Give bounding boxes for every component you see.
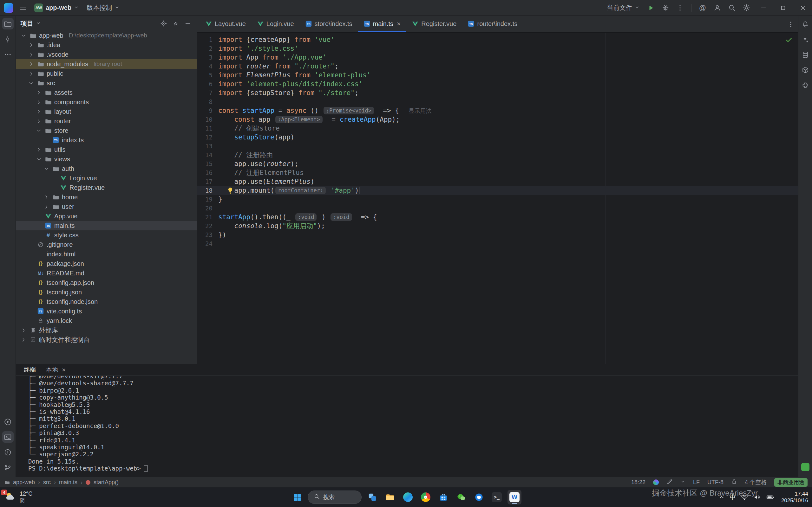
ime-indicator[interactable]: 中 <box>730 493 735 501</box>
chevron-down-icon[interactable] <box>43 166 50 172</box>
tree-item-auth[interactable]: auth <box>16 164 197 173</box>
tree-item-views[interactable]: views <box>16 154 197 164</box>
chevron-down-icon[interactable] <box>35 128 42 134</box>
tree-item-components[interactable]: components <box>16 97 197 107</box>
tree-item-index-ts[interactable]: TSindex.ts <box>16 135 197 145</box>
tree-item-register-vue[interactable]: Register.vue <box>16 183 197 192</box>
code-line-10[interactable]: 10 const app :App<Element> = createApp(A… <box>197 115 798 124</box>
tree-item-store[interactable]: store <box>16 126 197 135</box>
more-actions-icon[interactable] <box>673 2 687 14</box>
tab-close-icon[interactable]: × <box>397 20 401 27</box>
code-line-15[interactable]: 15 app.use(router); <box>197 159 798 168</box>
ai-status-icon[interactable] <box>653 480 659 485</box>
breadcrumb-item[interactable]: main.ts <box>59 479 78 486</box>
edit-mode-icon[interactable] <box>666 478 673 487</box>
minimize-button[interactable] <box>754 0 773 16</box>
ide-logo-icon[interactable] <box>4 3 13 13</box>
version-control-tool-icon[interactable] <box>2 462 14 473</box>
readonly-lock-icon[interactable] <box>731 478 737 486</box>
vcs-widget[interactable]: 版本控制 <box>84 2 123 14</box>
problems-tool-icon[interactable] <box>2 447 14 458</box>
project-panel-title[interactable]: 项目 <box>20 19 33 28</box>
code-line-17[interactable]: 17 app.use(ElementPlus) <box>197 177 798 186</box>
collapse-all-icon[interactable] <box>171 19 181 28</box>
editor-tab-login-vue[interactable]: Login.vue <box>252 16 300 32</box>
notifications-icon[interactable] <box>800 19 811 30</box>
tree-item-[interactable]: 外部库 <box>16 326 197 335</box>
code-line-22[interactable]: 22 console.log("应用启动"); <box>197 222 798 230</box>
chevron-right-icon[interactable] <box>35 109 42 115</box>
project-widget[interactable]: AW app-web <box>31 2 82 14</box>
breadcrumb-item[interactable]: startApp() <box>94 479 119 486</box>
terminal-tool-icon[interactable] <box>2 431 14 443</box>
terminal-tab-local[interactable]: 本地 × <box>46 366 66 374</box>
taskbar-search[interactable]: 搜索 <box>308 491 362 504</box>
chevron-right-icon[interactable] <box>43 194 50 200</box>
commit-tool-icon[interactable] <box>2 33 14 45</box>
edge-browser-taskbar-icon[interactable] <box>401 490 415 504</box>
tree-item-tsconfig-app-json[interactable]: {}tsconfig.app.json <box>16 278 197 287</box>
clock[interactable]: 17:44 2025/10/16 <box>781 491 808 504</box>
tree-item-tsconfig-json[interactable]: {}tsconfig.json <box>16 287 197 297</box>
terminal-output[interactable]: ├─ @vue/devtools-kit@7.7.7├─ @vue/devtoo… <box>16 376 798 476</box>
microsoft-store-taskbar-icon[interactable] <box>437 490 450 504</box>
code-line-2[interactable]: 2import './style.css' <box>197 44 798 53</box>
locate-file-icon[interactable] <box>159 19 168 28</box>
editor-tab-register-vue[interactable]: Register.vue <box>406 16 462 32</box>
code-line-6[interactable]: 6import 'element-plus/dist/index.css' <box>197 79 798 89</box>
code-line-16[interactable]: 16 // 注册ElementPlus <box>197 168 798 177</box>
chevron-right-icon[interactable] <box>35 90 42 96</box>
weather-widget[interactable]: 4 12°C 阴 <box>4 487 32 507</box>
chevron-right-icon[interactable] <box>35 99 42 105</box>
line-ending[interactable]: LF <box>693 479 700 486</box>
file-encoding[interactable]: UTF-8 <box>707 479 723 486</box>
code-line-7[interactable]: 7import {setupStore} from "./store"; <box>197 89 798 97</box>
terminal-app-taskbar-icon[interactable]: >_ <box>490 490 504 504</box>
editor-tab-store-index-ts[interactable]: TSstore\index.ts <box>300 16 358 32</box>
file-explorer-taskbar-icon[interactable] <box>383 490 397 504</box>
close-button[interactable] <box>794 0 812 16</box>
search-everywhere-icon[interactable] <box>725 2 739 14</box>
tree-item-readme-md[interactable]: M↓README.md <box>16 268 197 278</box>
wifi-icon[interactable] <box>741 493 748 501</box>
code-with-me-icon[interactable] <box>711 2 724 14</box>
code-line-4[interactable]: 4import router from "./router"; <box>197 62 798 71</box>
code-editor[interactable]: 1import {createApp} from 'vue'2import '.… <box>197 33 798 364</box>
tree-item-[interactable]: 临时文件和控制台 <box>16 335 197 344</box>
run-tool-icon[interactable] <box>2 416 14 428</box>
code-line-11[interactable]: 11 // 创建store <box>197 124 798 133</box>
tree-item-app-web[interactable]: app-webD:\desktop\template\app-web <box>16 31 197 40</box>
code-line-23[interactable]: 23}) <box>197 230 798 239</box>
chevron-right-icon[interactable] <box>35 118 42 124</box>
hide-panel-icon[interactable] <box>183 19 193 28</box>
code-line-13[interactable]: 13 <box>197 142 798 151</box>
code-line-20[interactable]: 20 <box>197 204 798 213</box>
code-line-18[interactable]: 18 app.mount(rootContainer: '#app') <box>197 186 798 195</box>
code-line-21[interactable]: 21startApp().then((_ :void ) :void => { <box>197 213 798 222</box>
tree-item-yarn-lock[interactable]: yarn.lock <box>16 316 197 326</box>
chevron-down-icon[interactable] <box>20 33 27 39</box>
more-tool-windows-icon[interactable] <box>2 49 14 60</box>
editor-tab-main-ts[interactable]: TSmain.ts× <box>358 16 407 32</box>
tab-options-icon[interactable] <box>786 20 796 29</box>
chevron-right-icon[interactable] <box>28 42 35 48</box>
chevron-right-icon[interactable] <box>43 204 50 210</box>
database-tool-icon[interactable] <box>800 49 811 60</box>
debug-button[interactable] <box>659 2 672 14</box>
chevron-right-icon[interactable] <box>28 61 35 67</box>
tree-item-user[interactable]: user <box>16 202 197 211</box>
chevron-down-icon[interactable] <box>28 80 35 86</box>
tree-item-login-vue[interactable]: Login.vue <box>16 173 197 183</box>
main-menu-icon[interactable] <box>16 2 30 14</box>
tree-item-utils[interactable]: utils <box>16 145 197 154</box>
tree-item-idea[interactable]: .idea <box>16 40 197 50</box>
mentions-icon[interactable]: @ <box>696 2 709 14</box>
tree-item-layout[interactable]: layout <box>16 107 197 116</box>
code-line-5[interactable]: 5import ElementPlus from 'element-plus' <box>197 71 798 79</box>
chevron-right-icon[interactable] <box>20 327 27 333</box>
maximize-button[interactable] <box>774 0 792 16</box>
tree-item-node-modules[interactable]: node_moduleslibrary root <box>16 59 197 69</box>
chevron-right-icon[interactable] <box>28 52 35 58</box>
start-button[interactable] <box>291 491 304 504</box>
cursor-position[interactable]: 18:22 <box>631 479 646 486</box>
